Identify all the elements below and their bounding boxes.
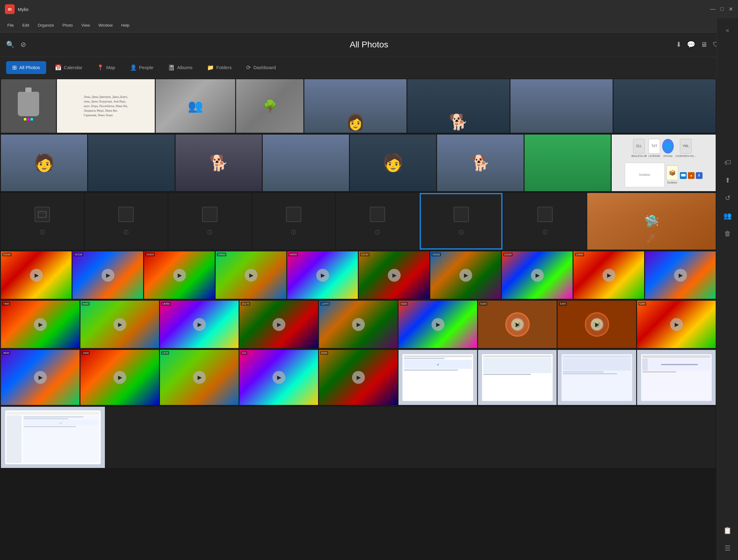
chat-icon[interactable]: 💬: [687, 41, 695, 49]
photo-item[interactable]: ⓘ: [85, 193, 167, 250]
photo-item[interactable]: DLL libGLES2.dll TXT LICENSE 🌐 chrome YM…: [612, 134, 716, 191]
photo-item-video[interactable]: ▶: [645, 251, 716, 299]
photo-item[interactable]: 👥: [156, 79, 235, 133]
photo-item-video[interactable]: 1370 ▶: [160, 350, 239, 405]
photo-item-video[interactable]: 5320 ▶: [398, 301, 477, 348]
photo-item-video[interactable]: 23420 ▶: [144, 251, 215, 299]
photo-item[interactable]: 👩: [304, 79, 406, 133]
photo-item-selected[interactable]: ⓘ: [420, 193, 502, 250]
photo-item-video[interactable]: 02542 ▶: [430, 251, 501, 299]
filter-icon[interactable]: ⊘: [20, 41, 26, 49]
menu-organize[interactable]: Organize: [34, 21, 57, 29]
photo-item[interactable]: [263, 134, 349, 191]
grid-row-retro-1: 51630 ▶ 02150 ▶ 23420 ▶ 25550 ▶ 04550 ▶ …: [1, 251, 716, 299]
tab-albums-label: Albums: [177, 65, 193, 70]
photo-item-video[interactable]: 5200 😊 ▶: [558, 301, 636, 348]
tab-all-photos[interactable]: ⊞ All Photos: [6, 61, 46, 74]
photo-item[interactable]: ⓘ: [252, 193, 335, 250]
photo-item[interactable]: [510, 79, 613, 133]
photo-item-video[interactable]: 02150 ▶: [72, 251, 143, 299]
tab-albums[interactable]: 📓 Albums: [162, 61, 199, 74]
photo-item-video[interactable]: 04550 ▶: [287, 251, 358, 299]
photo-item-video[interactable]: 22240 ▶: [502, 251, 573, 299]
photo-item[interactable]: [524, 134, 611, 191]
clipboard-icon[interactable]: 📋: [720, 523, 735, 538]
tab-folders[interactable]: 📁 Folders: [201, 61, 238, 74]
photo-item-video[interactable]: 1920 ▶: [80, 350, 159, 405]
window-controls: — □ ✕: [710, 6, 733, 13]
tab-folders-label: Folders: [216, 65, 232, 70]
photo-item[interactable]: 🧑: [1, 134, 87, 191]
list-icon[interactable]: ☰: [720, 541, 735, 556]
photo-item-video[interactable]: 14050 ▶: [160, 301, 239, 348]
tab-map-label: Map: [106, 65, 115, 70]
photo-item-screenshot[interactable]: [558, 350, 636, 405]
menu-edit[interactable]: Edit: [19, 21, 33, 29]
photo-item[interactable]: 🌳: [236, 79, 303, 133]
photo-item-video[interactable]: 11970 ▶: [319, 301, 398, 348]
tab-people[interactable]: 👤 People: [124, 61, 160, 74]
rotate-icon[interactable]: ↺: [720, 191, 735, 206]
photo-item[interactable]: 🧑: [350, 134, 436, 191]
photo-item-video[interactable]: 5160 😊 ▶: [478, 301, 557, 348]
menu-file[interactable]: File: [4, 21, 17, 29]
photo-item[interactable]: ⓘ: [336, 193, 419, 250]
menu-help[interactable]: Help: [117, 21, 133, 29]
close-button[interactable]: ✕: [729, 6, 733, 13]
photo-item[interactable]: ⓘ: [168, 193, 252, 250]
import-icon[interactable]: ⬇: [676, 41, 681, 49]
photo-item-video[interactable]: 51630 ▶: [1, 251, 72, 299]
calendar-icon: 📅: [55, 64, 61, 71]
all-photos-icon: ⊞: [12, 64, 17, 71]
photo-item-video[interactable]: 6430 ▶: [80, 301, 159, 348]
maximize-button[interactable]: □: [720, 6, 724, 13]
photo-item-video[interactable]: 6250 ▶: [319, 350, 398, 405]
title-bar: m Mylio — □ ✕: [0, 0, 738, 18]
tab-calendar-label: Calendar: [64, 65, 83, 70]
photo-item[interactable]: ⓘ: [503, 193, 586, 250]
tab-dashboard[interactable]: ⟳ Dashboard: [240, 61, 282, 74]
main-content[interactable]: Лена, Дина Дмитров, Дина Дэнге, лена, Ди…: [0, 78, 717, 560]
tab-calendar[interactable]: 📅 Calendar: [49, 61, 89, 74]
photo-item-video[interactable]: 13400 ▶: [574, 251, 644, 299]
menu-view[interactable]: View: [78, 21, 94, 29]
photo-item[interactable]: Лена, Дина Дмитров, Дина Дэнге, лена, Ди…: [57, 79, 155, 133]
photo-item-video[interactable]: 210 ▶: [240, 350, 318, 405]
add-person-icon[interactable]: 👥: [720, 209, 735, 223]
menu-photo[interactable]: Photo: [59, 21, 76, 29]
collapse-button[interactable]: «: [720, 23, 735, 37]
grid-row-last: 📈: [1, 407, 716, 468]
photo-item-video[interactable]: 02150 ▶: [359, 251, 429, 299]
menu-window[interactable]: Window: [95, 21, 116, 29]
display-icon[interactable]: 🖥: [701, 41, 707, 49]
toolbar: 🔍 ⊘ All Photos ⬇ 💬 🖥 🛡 ⋯: [0, 32, 738, 57]
grid-row-mixed: 3520 ▶ 1920 ▶ 1370 ▶ 210 ▶ 6250 ▶: [1, 350, 716, 405]
photo-item-video[interactable]: 3520 ▶: [1, 350, 79, 405]
tag-icon[interactable]: 🏷: [720, 156, 735, 170]
photo-item[interactable]: 🐕: [437, 134, 523, 191]
photo-item[interactable]: ⓘ: [1, 193, 84, 250]
photo-item-screenshot[interactable]: [637, 350, 716, 405]
photo-item-screenshot[interactable]: [478, 350, 557, 405]
photo-item[interactable]: [614, 79, 716, 133]
photo-item-video[interactable]: 7460 ▶: [1, 301, 79, 348]
photo-item-mars[interactable]: 🚀 🛸: [587, 193, 716, 250]
svg-rect-0: [38, 211, 46, 218]
photo-item-video[interactable]: 5280 ▶: [637, 301, 716, 348]
photo-item-screenshot[interactable]: 📊: [398, 350, 477, 405]
minimize-button[interactable]: —: [710, 6, 715, 13]
delete-icon[interactable]: 🗑: [720, 226, 735, 241]
photo-item-video[interactable]: 15170 ▶: [240, 301, 318, 348]
app-name: Mylio: [18, 7, 28, 12]
photo-item-empty[interactable]: [106, 407, 716, 468]
upload-icon[interactable]: ⬆: [720, 173, 735, 188]
photo-item[interactable]: 🐕: [175, 134, 262, 191]
photo-item[interactable]: [1, 79, 56, 133]
search-icon[interactable]: 🔍: [6, 41, 14, 49]
photo-item[interactable]: [88, 134, 174, 191]
tab-map[interactable]: 📍 Map: [91, 61, 121, 74]
title-bar-left: m Mylio: [5, 4, 28, 14]
photo-item-screenshot-last[interactable]: 📈: [1, 407, 105, 468]
photo-item[interactable]: 🐕: [407, 79, 509, 133]
photo-item-video[interactable]: 25550 ▶: [216, 251, 286, 299]
